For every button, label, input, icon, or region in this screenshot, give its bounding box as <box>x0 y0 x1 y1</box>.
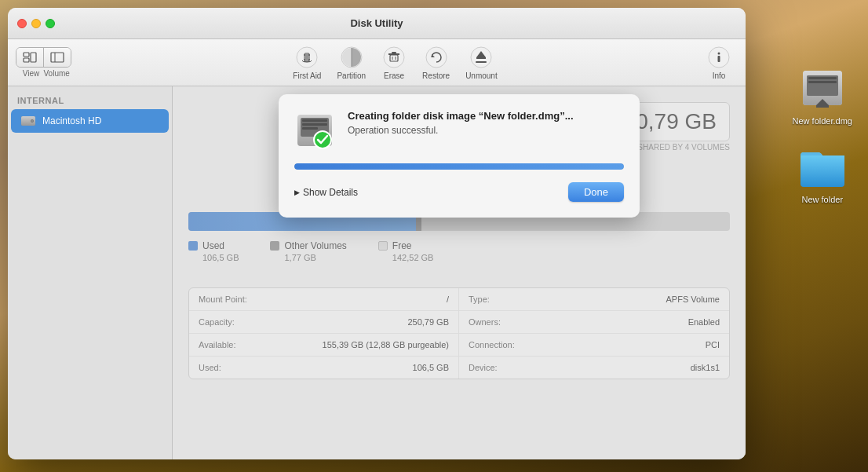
sidebar-section-internal: Internal <box>8 93 172 108</box>
dialog-status: Operation successful. <box>348 125 574 136</box>
erase-icon <box>381 45 407 70</box>
progress-bar-fill <box>294 163 624 170</box>
desktop: New folder.dmg New folder <box>0 0 868 472</box>
info-label: Info <box>713 71 726 80</box>
sidebar-item-macintosh-hd[interactable]: Macintosh HD <box>11 109 169 133</box>
folder-icon <box>797 141 848 192</box>
restore-action[interactable]: Restore <box>422 45 450 80</box>
svg-rect-27 <box>476 57 486 59</box>
dmg-icon-label: New folder.dmg <box>793 116 852 126</box>
partition-action[interactable]: Partition <box>337 45 366 80</box>
volume-label: Volume <box>44 69 69 78</box>
svg-rect-11 <box>51 53 64 62</box>
main-content: Internal <box>8 86 746 459</box>
view-button[interactable] <box>16 48 44 67</box>
desktop-icons: New folder.dmg New folder <box>793 63 852 204</box>
detail-panel: 250,79 GB SHARED BY 4 VOLUMES <box>173 86 746 459</box>
firstaid-icon <box>294 45 319 70</box>
triangle-icon: ▶ <box>294 188 300 196</box>
drive-icon <box>20 113 36 129</box>
progress-bar-container <box>294 163 624 170</box>
erase-label: Erase <box>384 71 404 80</box>
dialog-disk-icon <box>294 110 335 151</box>
dmg-icon <box>797 63 848 113</box>
info-icon <box>706 45 731 70</box>
dialog-header: Creating folder disk image “New folder.d… <box>294 110 624 151</box>
view-label: View <box>19 69 44 78</box>
firstaid-label: First Aid <box>293 71 321 80</box>
folder-icon-label: New folder <box>801 195 843 204</box>
desktop-icon-folder[interactable]: New folder <box>797 141 848 204</box>
window-title: Disk Utility <box>350 17 403 29</box>
info-action[interactable]: Info <box>706 45 731 80</box>
show-details-label: Show Details <box>303 187 358 198</box>
maximize-button[interactable] <box>46 19 55 28</box>
traffic-lights <box>8 19 55 28</box>
svg-rect-28 <box>476 61 487 63</box>
firstaid-action[interactable]: First Aid <box>293 45 321 80</box>
svg-point-35 <box>31 120 33 122</box>
svg-rect-9 <box>24 58 29 62</box>
sidebar-item-label: Macintosh HD <box>42 115 101 126</box>
svg-point-17 <box>384 47 404 68</box>
dialog-footer: ▶ Show Details Done <box>294 182 624 202</box>
svg-rect-40 <box>302 127 318 130</box>
volume-button[interactable] <box>44 48 71 67</box>
svg-rect-31 <box>718 56 720 62</box>
restore-icon <box>424 45 449 70</box>
svg-rect-38 <box>302 119 327 122</box>
svg-rect-10 <box>31 53 36 62</box>
svg-point-30 <box>718 53 720 55</box>
restore-label: Restore <box>422 71 450 80</box>
svg-rect-5 <box>808 81 837 83</box>
progress-dialog: Creating folder disk image “New folder.d… <box>279 94 640 218</box>
svg-rect-39 <box>302 123 327 126</box>
unmount-icon <box>469 45 494 70</box>
show-details-button[interactable]: ▶ Show Details <box>294 187 358 198</box>
dialog-overlay: Creating folder disk image “New folder.d… <box>173 86 746 459</box>
partition-label: Partition <box>337 71 366 80</box>
toolbar-center: First Aid Partition <box>84 45 706 80</box>
dialog-text: Creating folder disk image “New folder.d… <box>348 110 574 136</box>
sidebar: Internal <box>8 86 173 459</box>
svg-rect-8 <box>24 53 29 57</box>
unmount-action[interactable]: Unmount <box>465 45 498 80</box>
close-button[interactable] <box>17 19 27 28</box>
svg-rect-7 <box>816 105 829 108</box>
partition-icon <box>339 45 364 70</box>
svg-point-23 <box>426 47 447 68</box>
disk-utility-window: Disk Utility <box>8 8 746 459</box>
toolbar: View Volume First Aid <box>8 39 746 86</box>
unmount-label: Unmount <box>465 71 498 80</box>
svg-rect-22 <box>392 52 396 53</box>
dialog-title: Creating folder disk image “New folder.d… <box>348 110 574 122</box>
minimize-button[interactable] <box>31 19 41 28</box>
titlebar: Disk Utility <box>8 8 746 39</box>
view-volume-btn-group <box>16 47 71 68</box>
done-button[interactable]: Done <box>568 182 624 202</box>
svg-rect-4 <box>808 77 837 79</box>
erase-action[interactable]: Erase <box>381 45 407 80</box>
desktop-icon-dmg[interactable]: New folder.dmg <box>793 63 852 126</box>
